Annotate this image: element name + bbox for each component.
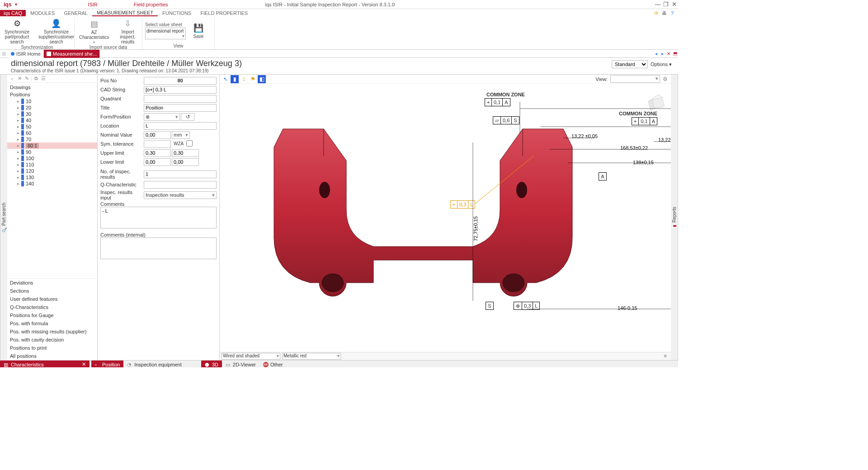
options-button[interactable]: Options ▾: [648, 62, 675, 67]
refresh-icon[interactable]: ⟳: [653, 10, 659, 16]
lowerlimit-input2[interactable]: [172, 158, 199, 166]
menu-modules[interactable]: MODULES: [26, 10, 59, 16]
menu-field-properties[interactable]: FIELD PROPERTIES: [196, 10, 252, 16]
color-select[interactable]: Metallic red▾: [282, 353, 341, 360]
comments-internal-textarea[interactable]: [100, 237, 217, 259]
maximize-button[interactable]: ❐: [662, 1, 670, 8]
lowerlimit-input1[interactable]: [144, 158, 171, 166]
symtol-input[interactable]: [144, 140, 171, 148]
btab-2d-viewer[interactable]: ▭ 2D-Viewer: [222, 361, 259, 368]
tree-pos-60[interactable]: ▸60: [7, 130, 97, 136]
sync-part-button[interactable]: ⚙ Synchronize part/product search: [3, 18, 31, 44]
tree-pos-10[interactable]: ▸10: [7, 98, 97, 104]
gd-box-3-selected[interactable]: ⌖0,3L: [450, 200, 475, 209]
cad-input[interactable]: [144, 86, 217, 94]
menu-functions[interactable]: FUNCTIONS: [158, 10, 196, 16]
title-input[interactable]: [144, 104, 217, 112]
view-select[interactable]: ▾: [610, 75, 660, 83]
tree-link-9[interactable]: All positions: [7, 352, 97, 360]
list-icon[interactable]: ☰: [40, 76, 47, 82]
tree-link-4[interactable]: Positions for Gauge: [7, 311, 97, 319]
new-icon[interactable]: ▫: [9, 76, 15, 82]
viewer-measure-icon[interactable]: ⟟: [240, 75, 248, 83]
select-sheet-combo[interactable]: dimensional report ▾: [145, 28, 186, 39]
comments-textarea[interactable]: - L: [100, 207, 217, 228]
copy-icon[interactable]: ⧉: [33, 76, 39, 82]
tab-close-icon[interactable]: ✕: [665, 51, 672, 56]
tree-pos-50[interactable]: ▸50: [7, 123, 97, 130]
close-button[interactable]: ✕: [670, 1, 678, 8]
viewer-cursor-icon[interactable]: ↖: [222, 75, 230, 83]
tree-pos-90[interactable]: ▸90: [7, 149, 97, 155]
tree-pos-100[interactable]: ▸100: [7, 155, 97, 161]
formpos-icon-btn[interactable]: ↺: [181, 113, 194, 121]
tab-isir-home[interactable]: ISIR Home: [8, 50, 44, 58]
import-results-button[interactable]: ⇩ Import inspect. results: [116, 18, 139, 44]
upperlimit-input1[interactable]: [144, 149, 171, 157]
tree-link-5[interactable]: Pos. with formula: [7, 319, 97, 328]
quick-link-isir[interactable]: ISIR: [20, 2, 133, 7]
logo-dropdown-icon[interactable]: ▾: [15, 2, 20, 7]
btab-3d[interactable]: ⬣ 3D: [201, 361, 222, 368]
viewer-close-icon[interactable]: ✕: [661, 353, 669, 359]
tree-pos-110[interactable]: ▸110: [7, 161, 97, 168]
3d-canvas[interactable]: COMMON ZONE ⌖0,1A ⏥0,6S ⌖0,3L COMMON ZON…: [220, 84, 671, 352]
sync-supplier-button[interactable]: 👤 Synchronize supplier/customer search: [37, 18, 76, 44]
tree-pos-80[interactable]: ▸80 1: [7, 142, 97, 149]
tab-pin-icon[interactable]: ⬒: [672, 51, 678, 56]
tree-link-7[interactable]: Pos. with cavity decision: [7, 336, 97, 344]
tree-pos-40[interactable]: ▸40: [7, 117, 97, 123]
numresults-input[interactable]: [144, 171, 217, 178]
menu-measurement-sheet[interactable]: MEASUREMENT SHEET: [92, 10, 158, 16]
viewer-settings-icon[interactable]: ⚙: [661, 75, 669, 83]
brand-badge[interactable]: iqs CAQ: [0, 10, 26, 16]
quick-link-fieldprops[interactable]: Field properties: [134, 2, 168, 7]
tree-pos-20[interactable]: ▸20: [7, 104, 97, 111]
nominal-unit[interactable]: mm▾: [172, 131, 190, 139]
tree-pos-140[interactable]: ▸140: [7, 180, 97, 187]
tree-drawings[interactable]: Drawings: [7, 84, 97, 91]
orientation-cube[interactable]: [647, 95, 667, 114]
viewer-column-icon[interactable]: ▮: [231, 75, 239, 83]
tree-pos-30[interactable]: ▸30: [7, 111, 97, 117]
tree-link-3[interactable]: Q-Characteristics: [7, 303, 97, 311]
btab-inspection-equipment[interactable]: ◔ Inspection equipment: [123, 361, 185, 368]
vtab-reports[interactable]: ▮Reports: [671, 75, 678, 360]
tab-next-icon[interactable]: ▸: [659, 51, 665, 56]
quadrant-input[interactable]: [144, 95, 217, 103]
shade-select[interactable]: Wired and shaded▾: [222, 353, 280, 360]
tree-link-6[interactable]: Pos. with missing results (supplier): [7, 328, 97, 336]
tree-positions[interactable]: Positions: [7, 91, 97, 98]
help-icon[interactable]: ?: [669, 10, 675, 16]
tab-nav-icon[interactable]: ◎: [0, 50, 8, 58]
vtab-part-search[interactable]: 🔍Part search: [0, 75, 7, 360]
minimize-button[interactable]: —: [654, 1, 662, 8]
delete-icon[interactable]: ✕: [16, 76, 23, 82]
tree-pos-120[interactable]: ▸120: [7, 168, 97, 174]
btab-other[interactable]: etc Other: [259, 361, 287, 368]
formpos-select[interactable]: ⊕▾: [144, 113, 180, 121]
btab-characteristics[interactable]: ▥ Characteristics ✕: [0, 361, 90, 368]
btab-char-close[interactable]: ✕: [73, 361, 86, 367]
save-button[interactable]: 💾 Save: [191, 23, 206, 39]
menu-general[interactable]: GENERAL: [59, 10, 92, 16]
irinput-select[interactable]: Inspection results▾: [144, 191, 217, 199]
az-characteristics-button[interactable]: ▤ AZ Characteristics ▾: [77, 19, 111, 44]
tree-link-8[interactable]: Positions to print: [7, 344, 97, 352]
nominal-input[interactable]: [144, 131, 171, 139]
wza-checkbox[interactable]: [186, 140, 193, 147]
viewer-select-icon[interactable]: ◧: [258, 75, 266, 83]
print-icon[interactable]: 🖶: [661, 10, 667, 16]
location-input[interactable]: [144, 122, 217, 130]
tab-measurement-sheet[interactable]: Measurement she...: [44, 50, 100, 58]
tree-link-0[interactable]: Deviations: [7, 279, 97, 287]
upperlimit-input2[interactable]: [172, 149, 199, 157]
qchar-input[interactable]: [144, 181, 217, 189]
btab-position[interactable]: ▫ Position: [91, 361, 123, 368]
tab-prev-icon[interactable]: ◂: [653, 51, 659, 56]
standard-select[interactable]: Standard: [612, 60, 648, 68]
viewer-flag-icon[interactable]: ⚑: [249, 75, 257, 83]
tree-pos-130[interactable]: ▸130: [7, 174, 97, 180]
edit-icon[interactable]: ✎: [24, 76, 30, 82]
tree-link-1[interactable]: Sections: [7, 287, 97, 295]
